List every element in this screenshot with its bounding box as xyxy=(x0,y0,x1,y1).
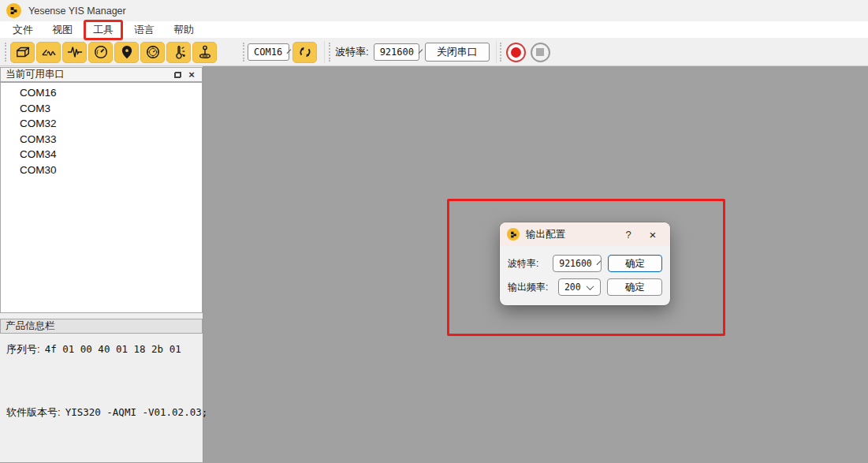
menu-language[interactable]: 语言 xyxy=(125,21,164,39)
joystick-button[interactable] xyxy=(192,42,217,63)
dialog-baud-confirm-button[interactable]: 确定 xyxy=(608,255,662,272)
dialog-title: 输出配置 xyxy=(526,228,620,241)
window-title: Yesense YIS Manager xyxy=(28,6,126,17)
toolbar-drag-handle[interactable] xyxy=(5,43,6,62)
refresh-ports-button[interactable] xyxy=(292,42,317,63)
dialog-title-bar: 输出配置 ? × xyxy=(500,222,670,246)
dialog-baud-label: 波特率: xyxy=(508,257,553,271)
menu-tools[interactable]: 工具 xyxy=(84,20,123,40)
menu-bar: 文件 视图 工具 语言 帮助 xyxy=(0,21,868,39)
toolbar-separator xyxy=(324,41,325,63)
port-list-item[interactable]: COM33 xyxy=(1,132,202,147)
output-config-dialog: 输出配置 ? × 波特率: 921600 确定 输出频率: 200 确定 xyxy=(500,222,670,305)
toolbar-drag-handle[interactable] xyxy=(329,43,330,62)
dialog-baud-select[interactable]: 921600 xyxy=(553,255,602,272)
serial-number-label: 序列号: xyxy=(6,342,40,357)
close-panel-button[interactable]: × xyxy=(184,69,199,80)
app-body: 当前可用串口 × COM16 COM3 COM32 COM33 COM34 CO… xyxy=(0,66,868,462)
toolbar-separator xyxy=(496,41,497,63)
record-button[interactable] xyxy=(506,43,526,62)
com-port-select[interactable]: COM16 xyxy=(248,43,289,61)
baud-rate-label: 波特率: xyxy=(335,45,369,59)
toolbar: COM16 波特率: 921600 关闭串口 xyxy=(0,39,868,66)
yesense-logo-icon xyxy=(507,228,520,241)
dialog-freq-row: 输出频率: 200 确定 xyxy=(508,278,662,296)
cube-3d-icon xyxy=(14,44,32,60)
sidebar: 当前可用串口 × COM16 COM3 COM32 COM33 COM34 CO… xyxy=(0,66,203,462)
menu-view[interactable]: 视图 xyxy=(43,21,82,39)
angle-wave-button[interactable] xyxy=(36,42,61,63)
location-button[interactable] xyxy=(114,42,139,63)
dialog-help-button[interactable]: ? xyxy=(620,229,636,241)
ports-panel-header: 当前可用串口 × xyxy=(0,67,203,82)
gauge-button[interactable] xyxy=(88,42,113,63)
close-serial-port-button[interactable]: 关闭串口 xyxy=(425,43,490,62)
dialog-freq-label: 输出频率: xyxy=(508,281,553,294)
float-window-icon xyxy=(174,72,181,78)
chevron-down-icon xyxy=(596,260,601,265)
close-icon: × xyxy=(188,69,195,80)
chevron-down-icon xyxy=(586,282,594,290)
ports-panel-title: 当前可用串口 xyxy=(6,68,65,81)
dialog-body: 波特率: 921600 确定 输出频率: 200 确定 xyxy=(500,246,670,296)
dialog-baud-row: 波特率: 921600 确定 xyxy=(508,255,662,272)
dialog-close-button[interactable]: × xyxy=(643,228,663,241)
serial-number-row: 序列号: 4f 01 00 40 01 18 2b 01 xyxy=(6,342,181,357)
utc-clock-icon xyxy=(144,44,162,60)
com-port-value: COM16 xyxy=(254,47,282,58)
dialog-freq-select[interactable]: 200 xyxy=(558,278,602,296)
serial-port-list: COM16 COM3 COM32 COM33 COM34 COM30 xyxy=(0,82,203,313)
dialog-freq-confirm-button[interactable]: 确定 xyxy=(607,278,662,296)
stop-icon xyxy=(536,48,544,56)
view-3d-button[interactable] xyxy=(10,42,35,63)
menu-help[interactable]: 帮助 xyxy=(164,21,203,39)
location-pin-icon xyxy=(118,44,136,60)
waveform-icon xyxy=(66,44,84,60)
stop-button[interactable] xyxy=(531,43,550,62)
product-info-header: 产品信息栏 xyxy=(0,319,203,334)
baud-rate-value: 921600 xyxy=(380,47,414,58)
software-version-row: 软件版本号: YIS320 -AQMI -V01.02.03; xyxy=(6,405,207,420)
yesense-logo-icon xyxy=(6,3,21,18)
menu-file[interactable]: 文件 xyxy=(3,21,43,39)
title-bar: Yesense YIS Manager xyxy=(0,0,868,21)
joystick-icon xyxy=(196,44,214,60)
baud-rate-select[interactable]: 921600 xyxy=(374,43,419,61)
product-info-title: 产品信息栏 xyxy=(6,319,55,333)
gauge-icon xyxy=(92,44,110,60)
record-icon xyxy=(511,47,521,58)
toolbar-drag-handle[interactable] xyxy=(243,43,244,62)
chevron-down-icon xyxy=(287,49,292,54)
float-panel-button[interactable] xyxy=(170,69,184,80)
app-window: Yesense YIS Manager 文件 视图 工具 语言 帮助 xyxy=(0,0,868,463)
dialog-baud-value: 921600 xyxy=(559,258,592,269)
toolbar-drag-handle[interactable] xyxy=(500,43,501,62)
refresh-arrows-icon xyxy=(296,44,314,60)
dialog-freq-value: 200 xyxy=(564,282,581,293)
serial-number-value: 4f 01 00 40 01 18 2b 01 xyxy=(45,343,181,355)
port-list-item[interactable]: COM32 xyxy=(1,116,202,132)
thermometer-icon xyxy=(170,44,188,60)
software-version-label: 软件版本号: xyxy=(6,405,61,420)
waveform-button[interactable] xyxy=(62,42,87,63)
vibration-temp-button[interactable] xyxy=(166,42,191,63)
port-list-item[interactable]: COM34 xyxy=(1,147,202,162)
port-list-item[interactable]: COM3 xyxy=(1,101,202,117)
utc-clock-button[interactable] xyxy=(140,42,165,63)
chevron-down-icon xyxy=(419,49,423,54)
port-list-item[interactable]: COM16 xyxy=(1,85,202,101)
angle-wave-icon xyxy=(40,44,58,60)
port-list-item[interactable]: COM30 xyxy=(1,162,202,178)
software-version-value: YIS320 -AQMI -V01.02.03; xyxy=(65,406,208,418)
